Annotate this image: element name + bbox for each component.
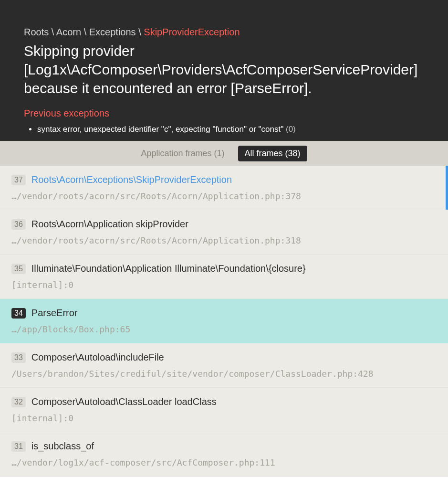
previous-exception-item[interactable]: syntax error, unexpected identifier "c",…	[37, 125, 424, 134]
frame-colon: :	[63, 413, 68, 423]
frame-file: …/app/Blocks/Box.php	[11, 324, 115, 334]
frame-colon: :	[63, 280, 68, 290]
frame-line-number: 428	[358, 369, 374, 379]
frame-file: [internal]	[11, 280, 63, 290]
frame-number-badge: 31	[11, 441, 26, 452]
frame-header: 36Roots\Acorn\Application skipProvider	[11, 219, 437, 230]
frame-line-number: 111	[260, 457, 275, 468]
frame-file: /Users/brandon/Sites/crediful/site/vendo…	[11, 369, 353, 379]
frame-file: [internal]	[11, 413, 63, 423]
frame-path: [internal]:0	[11, 413, 437, 423]
frame-colon: :	[281, 191, 286, 201]
frame-header: 33Composer\Autoload\includeFile	[11, 352, 437, 363]
frame-colon: :	[281, 235, 286, 245]
exception-class: SkipProviderException	[144, 27, 240, 37]
frame-label: is_subclass_of	[31, 441, 94, 452]
frame-line-number: 318	[285, 235, 301, 245]
frame-path: /Users/brandon/Sites/crediful/site/vendo…	[11, 369, 437, 379]
frame-path: …/app/Blocks/Box.php:65	[11, 324, 437, 334]
stack-frame[interactable]: 35Illuminate\Foundation\Application Illu…	[0, 255, 448, 299]
previous-exceptions-list: syntax error, unexpected identifier "c",…	[24, 125, 424, 134]
stack-frame[interactable]: 33Composer\Autoload\includeFile/Users/br…	[0, 343, 448, 388]
tab-all-frames[interactable]: All frames (38)	[238, 146, 307, 161]
frame-line-number: 65	[120, 324, 131, 334]
stack-frame[interactable]: 37Roots\Acorn\Exceptions\SkipProviderExc…	[0, 166, 448, 210]
error-header: Roots \ Acorn \ Exceptions \ SkipProvide…	[0, 0, 448, 141]
tab-application-frames[interactable]: Application frames (1)	[141, 149, 224, 159]
frame-label: Roots\Acorn\Application skipProvider	[31, 219, 188, 230]
frame-file: …/vendor/log1x/acf-composer/src/AcfCompo…	[11, 457, 254, 468]
namespace-sep: \	[52, 27, 56, 37]
namespace-part: Exceptions	[89, 27, 136, 37]
frame-label: Illuminate\Foundation\Application Illumi…	[31, 263, 306, 274]
frame-tabs: Application frames (1) All frames (38)	[0, 141, 448, 166]
previous-exceptions-label[interactable]: Previous exceptions	[24, 108, 424, 119]
namespace-part: Roots	[24, 27, 49, 37]
frame-header: 32Composer\Autoload\ClassLoader loadClas…	[11, 396, 437, 407]
stack-frames: 37Roots\Acorn\Exceptions\SkipProviderExc…	[0, 166, 448, 477]
frame-line-number: 378	[285, 191, 301, 201]
frame-file: …/vendor/roots/acorn/src/Roots/Acorn/App…	[11, 191, 281, 201]
frame-colon: :	[115, 324, 120, 334]
frame-number-badge: 34	[11, 308, 26, 319]
frame-number-badge: 33	[11, 352, 26, 363]
namespace-sep: \	[84, 27, 89, 37]
stack-frame[interactable]: 34ParseError…/app/Blocks/Box.php:65	[0, 299, 448, 343]
frame-header: 31is_subclass_of	[11, 441, 437, 452]
frame-number-badge: 37	[11, 175, 26, 185]
frame-path: …/vendor/roots/acorn/src/Roots/Acorn/App…	[11, 235, 437, 245]
frame-file: …/vendor/roots/acorn/src/Roots/Acorn/App…	[11, 235, 281, 245]
frame-path: …/vendor/roots/acorn/src/Roots/Acorn/App…	[11, 191, 437, 201]
frame-label: Composer\Autoload\includeFile	[31, 352, 164, 363]
frame-path: [internal]:0	[11, 280, 437, 290]
exception-namespace: Roots \ Acorn \ Exceptions \ SkipProvide…	[24, 27, 424, 38]
namespace-part: Acorn	[56, 27, 81, 37]
frame-label: Composer\Autoload\ClassLoader loadClass	[31, 396, 217, 407]
frame-header: 35Illuminate\Foundation\Application Illu…	[11, 263, 437, 274]
stack-frame[interactable]: 31is_subclass_of…/vendor/log1x/acf-compo…	[0, 432, 448, 477]
frame-number-badge: 36	[11, 219, 26, 230]
frame-colon: :	[353, 369, 358, 379]
previous-exception-code: (0)	[286, 125, 296, 134]
stack-frame[interactable]: 36Roots\Acorn\Application skipProvider…/…	[0, 210, 448, 255]
frame-line-number: 0	[68, 280, 73, 290]
frame-header: 34ParseError	[11, 308, 437, 319]
stack-frame[interactable]: 32Composer\Autoload\ClassLoader loadClas…	[0, 388, 448, 432]
previous-exception-text: syntax error, unexpected identifier "c",…	[37, 125, 283, 134]
frame-label: ParseError	[31, 308, 78, 319]
frame-header: 37Roots\Acorn\Exceptions\SkipProviderExc…	[11, 174, 437, 185]
error-message: Skipping provider [Log1x\AcfComposer\Pro…	[24, 42, 424, 97]
frame-label: Roots\Acorn\Exceptions\SkipProviderExcep…	[31, 174, 232, 185]
frame-line-number: 0	[68, 413, 73, 423]
frame-number-badge: 35	[11, 264, 26, 274]
frame-path: …/vendor/log1x/acf-composer/src/AcfCompo…	[11, 457, 437, 468]
frame-colon: :	[254, 457, 260, 468]
frame-number-badge: 32	[11, 397, 26, 407]
namespace-sep: \	[138, 27, 144, 37]
